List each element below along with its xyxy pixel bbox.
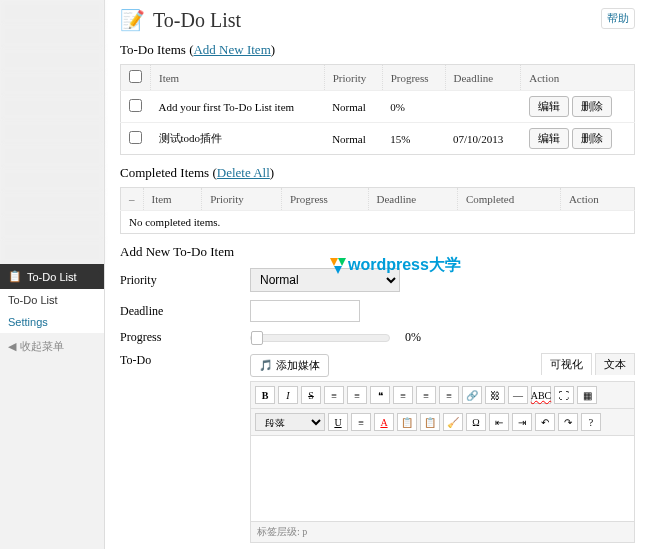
underline-button[interactable]: U — [328, 413, 348, 431]
col-item: Item — [143, 188, 202, 211]
notepad-icon: 📝 — [120, 8, 145, 32]
admin-sidebar: 📋 To-Do List To-Do List Settings ◀ 收起菜单 — [0, 0, 105, 549]
row-checkbox[interactable] — [129, 99, 142, 112]
col-priority[interactable]: Priority — [324, 65, 382, 91]
textcolor-button[interactable]: A — [374, 413, 394, 431]
page-title: 📝 To-Do List — [120, 8, 601, 32]
table-header-row: – Item Priority Progress Deadline Comple… — [121, 188, 635, 211]
table-row: 测试todo插件 Normal 15% 07/10/2013 编辑 删除 — [121, 123, 635, 155]
sidebar-collapse[interactable]: ◀ 收起菜单 — [0, 333, 104, 360]
delete-all-link[interactable]: Delete All — [217, 165, 270, 180]
collapse-icon: ◀ — [8, 340, 16, 353]
fullscreen-button[interactable]: ⛶ — [554, 386, 574, 404]
add-new-item-link[interactable]: Add New Item — [193, 42, 270, 57]
redo-button[interactable]: ↷ — [558, 413, 578, 431]
delete-button[interactable]: 删除 — [572, 128, 612, 149]
justify-button[interactable]: ≡ — [351, 413, 371, 431]
cell-item: Add your first To-Do List item — [151, 91, 325, 123]
help-icon-button[interactable]: ? — [581, 413, 601, 431]
bold-button[interactable]: B — [255, 386, 275, 404]
link-button[interactable]: 🔗 — [462, 386, 482, 404]
align-left-button[interactable]: ≡ — [393, 386, 413, 404]
col-item[interactable]: Item — [151, 65, 325, 91]
sidebar-item-blur[interactable] — [0, 120, 104, 144]
select-all-checkbox[interactable] — [129, 70, 142, 83]
edit-button[interactable]: 编辑 — [529, 96, 569, 117]
delete-button[interactable]: 删除 — [572, 96, 612, 117]
editor-toolbar: B I S ≡ ≡ ❝ ≡ ≡ ≡ 🔗 ⛓ — ABC ⛶ ▦ — [251, 382, 634, 409]
priority-label: Priority — [120, 273, 250, 288]
todo-items-heading: To-Do Items (Add New Item) — [120, 42, 635, 58]
cell-deadline — [445, 91, 521, 123]
sidebar-sub-settings[interactable]: Settings — [0, 311, 104, 333]
toggle-toolbar-button[interactable]: ▦ — [577, 386, 597, 404]
align-center-button[interactable]: ≡ — [416, 386, 436, 404]
ol-button[interactable]: ≡ — [347, 386, 367, 404]
sidebar-item-blur[interactable] — [0, 216, 104, 240]
col-deadline[interactable]: Deadline — [445, 65, 521, 91]
slider-handle[interactable] — [251, 331, 263, 345]
charmap-button[interactable]: Ω — [466, 413, 486, 431]
italic-button[interactable]: I — [278, 386, 298, 404]
table-header-row: Item Priority Progress Deadline Action — [121, 65, 635, 91]
media-icon: 🎵 — [259, 359, 273, 372]
priority-select[interactable]: Normal — [250, 268, 400, 292]
progress-label: Progress — [120, 330, 250, 345]
outdent-button[interactable]: ⇤ — [489, 413, 509, 431]
collapse-label: 收起菜单 — [20, 339, 64, 354]
rich-editor: B I S ≡ ≡ ❝ ≡ ≡ ≡ 🔗 ⛓ — ABC ⛶ ▦ — [250, 381, 635, 543]
indent-button[interactable]: ⇥ — [512, 413, 532, 431]
tab-text[interactable]: 文本 — [595, 353, 635, 375]
sidebar-item-blur[interactable] — [0, 0, 104, 24]
sidebar-item-blur[interactable] — [0, 240, 104, 264]
col-priority: Priority — [202, 188, 282, 211]
add-media-button[interactable]: 🎵 添加媒体 — [250, 354, 329, 377]
paste-text-button[interactable]: 📋 — [397, 413, 417, 431]
sidebar-item-blur[interactable] — [0, 168, 104, 192]
no-completed-text: No completed items. — [121, 211, 635, 234]
tab-visual[interactable]: 可视化 — [541, 353, 592, 375]
cell-progress: 15% — [382, 123, 445, 155]
sidebar-item-todo-active[interactable]: 📋 To-Do List — [0, 264, 104, 289]
add-new-heading: Add New To-Do Item — [120, 244, 635, 260]
sidebar-item-blur[interactable] — [0, 48, 104, 72]
align-right-button[interactable]: ≡ — [439, 386, 459, 404]
todo-icon: 📋 — [8, 270, 22, 283]
paste-word-button[interactable]: 📋 — [420, 413, 440, 431]
completed-items-table: – Item Priority Progress Deadline Comple… — [120, 187, 635, 234]
todo-items-table: Item Priority Progress Deadline Action A… — [120, 64, 635, 155]
col-progress[interactable]: Progress — [382, 65, 445, 91]
cell-priority: Normal — [324, 123, 382, 155]
cell-priority: Normal — [324, 91, 382, 123]
cell-item: 测试todo插件 — [151, 123, 325, 155]
cell-deadline: 07/10/2013 — [445, 123, 521, 155]
main-content: 帮助 📝 To-Do List To-Do Items (Add New Ite… — [105, 0, 650, 549]
strike-button[interactable]: S — [301, 386, 321, 404]
sidebar-item-blur[interactable] — [0, 192, 104, 216]
spellcheck-button[interactable]: ABC — [531, 386, 551, 404]
editor-toolbar-2: 段落 U ≡ A 📋 📋 🧹 Ω ⇤ ⇥ ↶ ↷ ? — [251, 409, 634, 436]
table-row: Add your first To-Do List item Normal 0%… — [121, 91, 635, 123]
clear-format-button[interactable]: 🧹 — [443, 413, 463, 431]
sidebar-active-label: To-Do List — [27, 271, 77, 283]
unlink-button[interactable]: ⛓ — [485, 386, 505, 404]
quote-button[interactable]: ❝ — [370, 386, 390, 404]
sidebar-item-blur[interactable] — [0, 24, 104, 48]
deadline-input[interactable] — [250, 300, 360, 322]
sidebar-item-blur[interactable] — [0, 72, 104, 96]
format-select[interactable]: 段落 — [255, 413, 325, 431]
row-checkbox[interactable] — [129, 131, 142, 144]
more-button[interactable]: — — [508, 386, 528, 404]
ul-button[interactable]: ≡ — [324, 386, 344, 404]
undo-button[interactable]: ↶ — [535, 413, 555, 431]
sidebar-item-blur[interactable] — [0, 96, 104, 120]
edit-button[interactable]: 编辑 — [529, 128, 569, 149]
help-button[interactable]: 帮助 — [601, 8, 635, 29]
col-action: Action — [560, 188, 634, 211]
editor-body[interactable] — [251, 436, 634, 521]
col-completed: Completed — [457, 188, 560, 211]
editor-status: 标签层级: p — [251, 521, 634, 542]
sidebar-item-blur[interactable] — [0, 144, 104, 168]
sidebar-sub-todolist[interactable]: To-Do List — [0, 289, 104, 311]
progress-slider[interactable] — [250, 334, 390, 342]
